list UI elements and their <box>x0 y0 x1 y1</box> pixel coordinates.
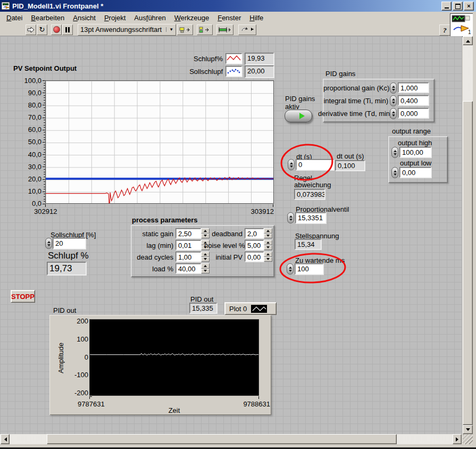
menu-bar: Datei Bearbeiten Ansicht Projekt Ausführ… <box>0 12 448 23</box>
load-value[interactable]: 40,00 <box>176 263 201 273</box>
maximize-button[interactable] <box>453 2 463 11</box>
zu-wartende-ms-value[interactable]: 100 <box>295 263 323 275</box>
scroll-down-button[interactable] <box>463 425 473 434</box>
menu-ansicht[interactable]: Ansicht <box>69 13 100 23</box>
deadband-stepper[interactable] <box>264 228 272 238</box>
resize-grip[interactable] <box>463 434 473 444</box>
menu-projekt[interactable]: Projekt <box>100 13 130 23</box>
vi-icon-graphic: 1 <box>450 14 472 35</box>
output-low-value[interactable]: 0,00 <box>399 167 431 178</box>
pid-out-graph-panel: 2001000-100-200 Amplitude 9787631 978863… <box>49 315 271 415</box>
menu-hilfe[interactable]: Hilfe <box>245 13 268 23</box>
run-continuously-button[interactable]: ↻ <box>37 24 47 35</box>
vertical-scrollbar-thumb[interactable] <box>463 101 473 425</box>
output-low-spinner[interactable] <box>391 167 398 178</box>
output-high-value[interactable]: 100,00 <box>399 147 431 157</box>
pid-gains-row2-label: integral time (Ti, min) <box>323 97 388 105</box>
noise-level-label: noise level % <box>204 242 243 250</box>
align-objects-icon <box>179 27 191 33</box>
pid-gains-row1-spinner[interactable] <box>390 82 397 94</box>
static-gain-stepper[interactable] <box>201 228 210 238</box>
zu-wartende-ms-spinner[interactable] <box>287 263 294 275</box>
initial-pv-stepper[interactable] <box>264 252 272 262</box>
pid-gains-aktiv-switch[interactable] <box>285 110 312 122</box>
distribute-objects-button[interactable] <box>197 24 213 35</box>
static-gain-value[interactable]: 2,50 <box>176 228 201 238</box>
dt-spinner[interactable] <box>288 159 295 170</box>
sollschlupf-value[interactable]: 20 <box>53 238 86 249</box>
plot-legend-label: Plot 0 <box>229 305 247 313</box>
pv-chart-plot-area <box>45 80 274 204</box>
sollschlupf-spinner[interactable] <box>45 238 52 249</box>
title-bar[interactable]: PID_Modell1.vi Frontpanel * × <box>0 0 476 12</box>
pv-chart-title: PV Setpoint Output <box>13 64 77 72</box>
deadband-value[interactable]: 2,0 <box>245 228 264 238</box>
menu-ausfuehren[interactable]: Ausführen <box>130 13 170 23</box>
scroll-left-button[interactable] <box>1 434 10 444</box>
pid-gains-row1-label: proportional gain (Kc) <box>323 84 388 92</box>
minimize-button[interactable] <box>441 2 452 11</box>
menu-bearbeiten[interactable]: Bearbeiten <box>27 13 69 23</box>
app-icon[interactable] <box>2 2 10 10</box>
pid-gains-row3-spinner[interactable] <box>390 108 397 119</box>
dead-cycles-value[interactable]: 1,00 <box>176 252 201 262</box>
menu-werkzeuge[interactable]: Werkzeuge <box>170 13 214 23</box>
pid-gains-row1-value[interactable]: 1,000 <box>398 82 429 93</box>
reorder-arrows-icon <box>240 26 254 33</box>
plot-legend[interactable]: Plot 0 <box>224 302 277 315</box>
menu-fenster[interactable]: Fenster <box>213 13 245 23</box>
scroll-up-button[interactable] <box>463 36 473 45</box>
window-title: PID_Modell1.vi Frontpanel * <box>12 2 103 10</box>
proportionalventil-value[interactable]: 15,3351 <box>295 212 326 223</box>
menu-datei[interactable]: Datei <box>2 13 27 23</box>
output-high-spinner[interactable] <box>391 147 398 158</box>
dt-out-value: 0,100 <box>335 160 365 171</box>
noise-level-stepper[interactable] <box>264 240 272 250</box>
pid-gains-row2-value[interactable]: 0,400 <box>398 95 429 105</box>
legend-sollschlupf-value: 20,00 <box>245 65 274 78</box>
vi-icon[interactable]: 1 <box>450 13 473 37</box>
align-objects-button[interactable] <box>177 24 193 35</box>
regelabweichung-label-2: abweichung <box>294 181 331 189</box>
pv-chart-x-tick-right <box>273 204 273 207</box>
font-selector[interactable]: 13pt Anwendungsschriftart ▼ <box>78 24 176 36</box>
dt-value[interactable]: 0 <box>296 159 334 170</box>
lag-value[interactable]: 0,01 <box>176 240 201 250</box>
dead-cycles-stepper[interactable] <box>201 252 210 262</box>
abort-button[interactable] <box>51 24 62 35</box>
load-label: load % <box>134 265 173 273</box>
dt-out-label: dt out (s) <box>337 152 364 160</box>
run-button[interactable] <box>26 24 36 35</box>
stop-button[interactable]: STOPP <box>11 290 35 303</box>
output-high-label: output high <box>398 139 432 147</box>
horizontal-scrollbar-thumb[interactable] <box>47 434 397 444</box>
legend-sollschlupf-icon[interactable] <box>226 66 242 77</box>
legend-schlupf-value: 19,93 <box>245 53 274 65</box>
load-stepper[interactable] <box>201 263 210 273</box>
proportionalventil-spinner[interactable] <box>287 212 294 223</box>
regelabweichung-value: 0,073983 <box>294 189 325 199</box>
schlupf-label: Schlupf % <box>48 251 89 261</box>
resize-objects-button[interactable] <box>216 24 233 35</box>
pid-out-value: 15,335 <box>189 303 217 313</box>
pause-button[interactable] <box>62 24 73 35</box>
process-parameters-title: process parameters <box>132 216 198 224</box>
pid-out-ylabel: Amplitude <box>57 343 65 373</box>
abort-dot-icon <box>53 26 60 33</box>
toolbar: ↻ 13pt Anwendungsschriftart ▼ <box>0 23 448 36</box>
legend-sollschlupf-label: Sollschlupf <box>181 68 223 76</box>
context-help-button[interactable]: ? <box>439 24 450 36</box>
reorder-button[interactable] <box>238 24 256 35</box>
pid-gains-row2-spinner[interactable] <box>390 95 397 106</box>
pv-chart-x-min: 302912 <box>34 207 57 215</box>
noise-level-value[interactable]: 5,00 <box>245 240 264 250</box>
scroll-right-button[interactable] <box>453 434 462 444</box>
legend-schlupf-icon[interactable] <box>226 53 242 64</box>
plot-legend-icon[interactable] <box>251 305 267 313</box>
labview-window: PID_Modell1.vi Frontpanel * × Datei Bear… <box>0 0 476 449</box>
chevron-down-icon: ▼ <box>166 27 173 32</box>
close-button[interactable]: × <box>464 2 474 11</box>
initial-pv-value[interactable]: 0,00 <box>245 252 264 262</box>
pid-gains-row3-value[interactable]: 0,000 <box>398 108 429 118</box>
pid-gains-aktiv-label-1: PID gains <box>285 95 315 103</box>
